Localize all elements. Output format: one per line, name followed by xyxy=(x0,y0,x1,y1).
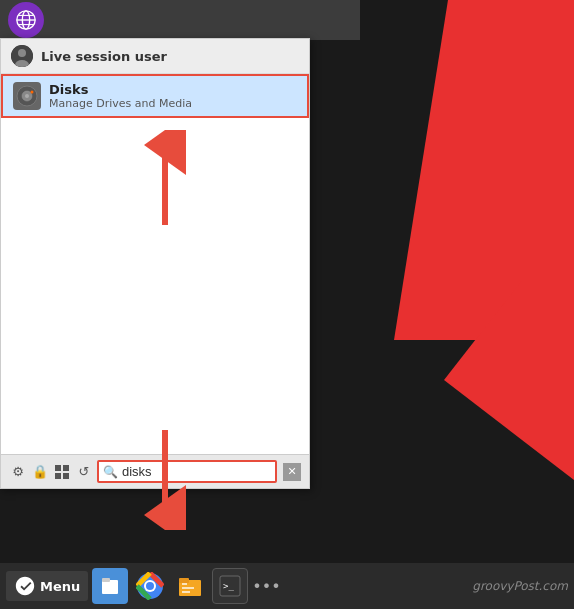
svg-point-24 xyxy=(146,582,154,590)
disks-app-info: Disks Manage Drives and Media xyxy=(49,82,192,110)
taskbar-menu-button[interactable]: Menu xyxy=(6,571,88,601)
svg-text:>_: >_ xyxy=(223,581,234,591)
svg-point-6 xyxy=(18,49,26,57)
app-launcher: Live session user Disks Manage Drives an… xyxy=(0,38,310,489)
lock-icon[interactable]: 🔒 xyxy=(31,463,49,481)
taskbar-file-manager[interactable] xyxy=(172,568,208,604)
search-field-wrapper[interactable]: 🔍 xyxy=(97,460,277,483)
svg-rect-28 xyxy=(182,587,194,589)
launcher-left-icons: ⚙ 🔒 ↺ xyxy=(9,463,93,481)
taskbar-files-active[interactable] xyxy=(92,568,128,604)
launcher-header: Live session user xyxy=(1,39,309,74)
taskbar-terminal[interactable]: >_ xyxy=(212,568,248,604)
svg-rect-12 xyxy=(55,465,61,471)
launcher-searchbar: ⚙ 🔒 ↺ 🔍 ✕ xyxy=(1,454,309,488)
taskbar-more[interactable]: ••• xyxy=(252,577,280,596)
apps-icon[interactable] xyxy=(53,463,71,481)
launcher-content: Disks Manage Drives and Media xyxy=(1,74,309,454)
search-input[interactable] xyxy=(122,464,271,479)
globe-button[interactable] xyxy=(8,2,44,38)
menu-label: Menu xyxy=(40,579,80,594)
username-label: Live session user xyxy=(41,49,167,64)
taskbar-chrome[interactable] xyxy=(132,568,168,604)
svg-rect-26 xyxy=(179,578,189,583)
search-result-disks[interactable]: Disks Manage Drives and Media xyxy=(1,74,309,118)
disks-app-name: Disks xyxy=(49,82,192,97)
svg-point-10 xyxy=(25,94,29,98)
svg-rect-14 xyxy=(55,473,61,479)
settings-icon[interactable]: ⚙ xyxy=(9,463,27,481)
svg-rect-20 xyxy=(102,580,118,594)
desktop: Live session user Disks Manage Drives an… xyxy=(0,0,574,609)
clear-search-button[interactable]: ✕ xyxy=(283,463,301,481)
disks-app-icon xyxy=(13,82,41,110)
svg-rect-15 xyxy=(63,473,69,479)
svg-rect-29 xyxy=(182,591,190,593)
taskbar: Menu xyxy=(0,563,574,609)
svg-rect-21 xyxy=(102,578,110,582)
svg-rect-13 xyxy=(63,465,69,471)
user-avatar xyxy=(11,45,33,67)
svg-rect-27 xyxy=(182,583,187,585)
svg-point-11 xyxy=(31,91,34,94)
disks-app-description: Manage Drives and Media xyxy=(49,97,192,110)
refresh-icon[interactable]: ↺ xyxy=(75,463,93,481)
top-panel xyxy=(0,0,360,40)
watermark: groovyPost.com xyxy=(472,579,568,593)
search-icon: 🔍 xyxy=(103,465,118,479)
